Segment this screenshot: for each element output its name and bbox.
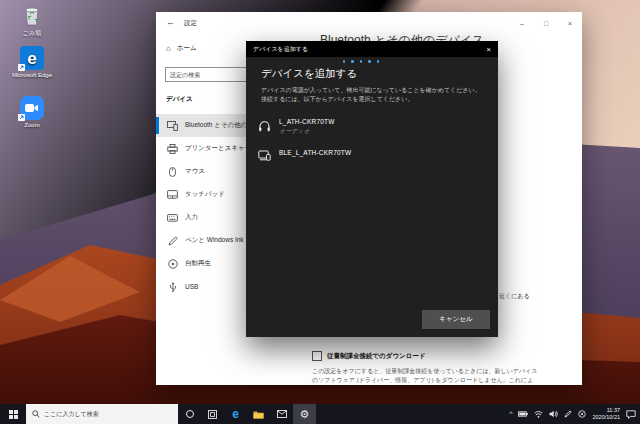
- desktop-icon-edge[interactable]: e Microsoft Edge: [6, 46, 58, 78]
- maximize-button[interactable]: □: [534, 12, 558, 34]
- cancel-button[interactable]: キャンセル: [422, 310, 490, 329]
- device-name: BLE_L_ATH-CKR70TW: [279, 149, 351, 156]
- minimize-button[interactable]: –: [510, 12, 534, 34]
- sidebar-item-label: USB: [185, 283, 198, 290]
- shortcut-arrow-icon: [18, 64, 25, 71]
- device-row-ble[interactable]: BLE_L_ATH-CKR70TW: [252, 144, 492, 166]
- sidebar-item-label: ペンと Windows Ink: [185, 236, 244, 245]
- desktop-icon-label: Zoom: [6, 122, 58, 128]
- sidebar-item-label: 入力: [185, 213, 198, 222]
- mail-icon: [277, 410, 287, 418]
- desktop-icon-label: Microsoft Edge: [6, 72, 58, 78]
- desktop: ごみ箱 e Microsoft Edge Zoom: [0, 0, 640, 424]
- pen-tray-icon[interactable]: [564, 410, 572, 418]
- home-icon: ⌂: [166, 44, 171, 53]
- metered-downloads-checkbox[interactable]: [312, 351, 322, 361]
- window-titlebar[interactable]: ← 設定 – □ ×: [156, 12, 582, 34]
- recycle-bin-icon: [22, 4, 42, 26]
- dialog-heading: デバイスを追加する: [261, 67, 357, 81]
- dialog-close-button[interactable]: ×: [487, 45, 491, 54]
- headphones-icon: [258, 119, 271, 132]
- dialog-titlebar[interactable]: デバイスを追加する ×: [246, 41, 498, 57]
- cortana-icon: [186, 410, 194, 418]
- autoplay-icon: [167, 259, 178, 269]
- cortana-button[interactable]: [178, 404, 201, 424]
- task-view-button[interactable]: [201, 404, 224, 424]
- metered-downloads-label: 従量制課金接続でのダウンロード: [327, 352, 426, 361]
- taskbar-clock[interactable]: 11:37 2020/10/21: [592, 407, 620, 422]
- device-row-audio[interactable]: L_ATH-CKR70TW オーディオ: [252, 113, 492, 141]
- network-icon[interactable]: [534, 411, 543, 418]
- file-explorer-button[interactable]: [247, 404, 270, 424]
- metered-downloads-description: この設定をオフにすると、従量制課金接続を使っているときには、新しいデバイスのソフ…: [312, 367, 538, 385]
- add-device-dialog: デバイスを追加する × デバイスを追加する デバイスの電源が入っていて、検出可能…: [246, 41, 498, 337]
- sidebar-item-label: マウス: [185, 167, 205, 176]
- device-name: L_ATH-CKR70TW: [279, 118, 335, 125]
- start-button[interactable]: [0, 404, 26, 424]
- progress-dots: [306, 60, 416, 63]
- action-center-icon[interactable]: [626, 410, 636, 419]
- printer-icon: [167, 144, 178, 154]
- device-kind: オーディオ: [279, 127, 335, 136]
- keyboard-icon: [167, 214, 178, 222]
- sidebar-item-label: タッチパッド: [185, 190, 225, 199]
- file-explorer-icon: [253, 410, 264, 419]
- pen-icon: [167, 236, 178, 246]
- task-view-icon: [208, 410, 217, 419]
- windows-logo-icon: [9, 410, 18, 419]
- clock-time: 11:37: [592, 407, 620, 414]
- unknown-device-icon: [258, 150, 271, 161]
- window-title: 設定: [184, 19, 197, 28]
- search-icon: [32, 410, 40, 418]
- tray-chevron-icon[interactable]: ^: [509, 410, 512, 417]
- battery-icon[interactable]: [518, 411, 528, 417]
- ime-icon[interactable]: [578, 410, 586, 418]
- sidebar-item-label: 自動再生: [185, 259, 211, 268]
- back-arrow-icon[interactable]: ←: [166, 17, 175, 27]
- speaker-icon[interactable]: [549, 410, 558, 418]
- clock-date: 2020/10/21: [592, 414, 620, 421]
- desktop-icon-recycle-bin[interactable]: ごみ箱: [6, 3, 58, 38]
- edge-icon: e: [232, 408, 239, 420]
- shortcut-arrow-icon: [18, 114, 25, 121]
- desktop-icon-zoom[interactable]: Zoom: [6, 96, 58, 128]
- devices-icon: [167, 121, 178, 131]
- system-tray: ^ 11:37 2020/10/21: [509, 404, 640, 424]
- dialog-title: デバイスを追加する: [253, 45, 308, 54]
- close-button[interactable]: ×: [558, 12, 582, 34]
- settings-taskbar-button[interactable]: ⚙: [293, 404, 316, 424]
- taskbar-search-input[interactable]: [44, 411, 164, 417]
- desktop-icon-label: ごみ箱: [6, 29, 58, 38]
- sidebar-home-label: ホーム: [177, 44, 197, 53]
- nearby-partial-text: 近くにある: [499, 292, 530, 301]
- touchpad-icon: [167, 190, 178, 199]
- mail-button[interactable]: [270, 404, 293, 424]
- sidebar-item-home[interactable]: ⌂ ホーム: [166, 44, 197, 53]
- usb-icon: [167, 282, 178, 292]
- sidebar-section-label: デバイス: [166, 95, 193, 104]
- dialog-description: デバイスの電源が入っていて、検出可能になっていることを確かめてください。接続する…: [261, 86, 485, 104]
- edge-taskbar-button[interactable]: e: [224, 404, 247, 424]
- gear-icon: ⚙: [300, 409, 310, 420]
- taskbar-search[interactable]: [26, 404, 178, 424]
- taskbar: e ⚙ ^ 11:37 2020/10/21: [0, 404, 640, 424]
- mouse-icon: [167, 167, 178, 177]
